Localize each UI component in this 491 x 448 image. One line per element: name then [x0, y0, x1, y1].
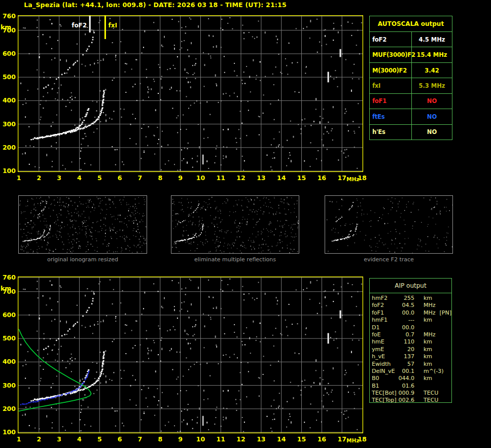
noise-dot	[294, 237, 295, 237]
fitted-trace	[55, 397, 56, 398]
noise-dot	[188, 215, 189, 216]
noise-dot	[269, 250, 270, 250]
noise-dot	[177, 318, 178, 319]
noise-dot	[275, 328, 276, 329]
noise-dot	[218, 241, 218, 242]
noise-dot	[221, 221, 221, 222]
noise-dot	[291, 197, 292, 198]
noise-dot	[292, 229, 293, 230]
noise-dot	[71, 371, 72, 372]
noise-dot	[223, 129, 224, 130]
noise-dot	[52, 350, 53, 351]
noise-dot	[242, 242, 242, 243]
y-tick-label: 200	[1, 144, 16, 151]
x-trace	[74, 392, 76, 393]
noise-dot	[271, 405, 272, 406]
noise-dot	[242, 156, 243, 157]
noise-dot	[172, 210, 173, 211]
noise-dot	[271, 144, 272, 145]
noise-dot	[240, 399, 241, 400]
noise-dot	[71, 248, 71, 248]
noise-dot	[267, 155, 268, 156]
noise-dot	[93, 203, 94, 204]
noise-dot	[202, 244, 203, 245]
noise-dot	[60, 25, 61, 26]
noise-dot	[197, 245, 198, 245]
noise-dot	[257, 211, 258, 212]
noise-dot	[148, 353, 149, 355]
noise-dot	[173, 228, 173, 229]
noise-dot	[51, 59, 52, 60]
noise-dot	[246, 197, 246, 198]
noise-dot	[235, 200, 236, 201]
noise-dot	[135, 59, 136, 60]
noise-dot	[138, 203, 139, 203]
noise-dot	[332, 401, 333, 402]
noise-dot	[286, 165, 287, 166]
noise-dot	[394, 244, 395, 244]
noise-dot	[125, 241, 125, 242]
noise-dot	[286, 236, 286, 237]
noise-dot	[234, 354, 235, 355]
noise-dot	[175, 214, 176, 215]
noise-dot	[74, 76, 75, 77]
noise-dot	[212, 223, 212, 223]
noise-dot	[186, 96, 187, 97]
noise-dot	[114, 78, 115, 79]
noise-dot	[122, 29, 123, 30]
noise-dot	[129, 399, 130, 400]
x-trace	[92, 123, 94, 124]
fitted-trace	[52, 397, 53, 398]
noise-dot	[290, 416, 291, 417]
noise-dot	[33, 209, 34, 210]
noise-dot	[187, 311, 188, 312]
noise-dot	[194, 211, 194, 211]
noise-dot	[91, 244, 91, 245]
noise-dot	[57, 92, 58, 93]
noise-dot	[78, 233, 78, 234]
x-trace	[182, 239, 183, 240]
fitted-trace	[20, 404, 21, 405]
noise-dot	[188, 207, 188, 208]
x-trace	[101, 365, 103, 366]
noise-dot	[70, 228, 71, 228]
noise-dot	[59, 231, 59, 232]
noise-dot	[114, 227, 114, 228]
noise-dot	[371, 239, 371, 239]
noise-dot	[205, 231, 206, 232]
noise-dot	[310, 427, 311, 428]
noise-dot	[216, 407, 217, 408]
noise-dot	[348, 130, 349, 131]
noise-dot	[90, 212, 91, 212]
noise-dot	[253, 209, 254, 210]
noise-dot	[182, 205, 183, 205]
noise-dot	[216, 306, 217, 309]
noise-dot	[270, 222, 271, 223]
noise-dot	[388, 223, 388, 224]
noise-dot	[40, 365, 41, 366]
noise-dot	[41, 197, 41, 198]
noise-dot	[323, 118, 324, 119]
noise-dot	[40, 119, 41, 120]
noise-dot	[393, 203, 393, 203]
noise-dot	[111, 238, 112, 238]
noise-dot	[275, 66, 276, 67]
noise-dot	[40, 104, 41, 105]
noise-dot	[276, 303, 277, 304]
second-hop-echo	[182, 221, 183, 222]
x-trace	[183, 240, 184, 241]
second-hop-echo	[198, 205, 199, 206]
noise-dot	[34, 204, 34, 205]
noise-dot	[109, 118, 110, 119]
noise-dot	[142, 314, 143, 315]
noise-dot	[231, 248, 232, 248]
noise-dot	[114, 339, 115, 340]
noise-dot	[131, 330, 132, 331]
noise-dot	[344, 149, 345, 150]
noise-dot	[360, 205, 361, 206]
noise-dot	[187, 49, 188, 50]
noise-dot	[285, 214, 286, 214]
noise-dot	[328, 122, 329, 123]
noise-dot	[306, 66, 307, 67]
noise-dot	[395, 238, 396, 239]
